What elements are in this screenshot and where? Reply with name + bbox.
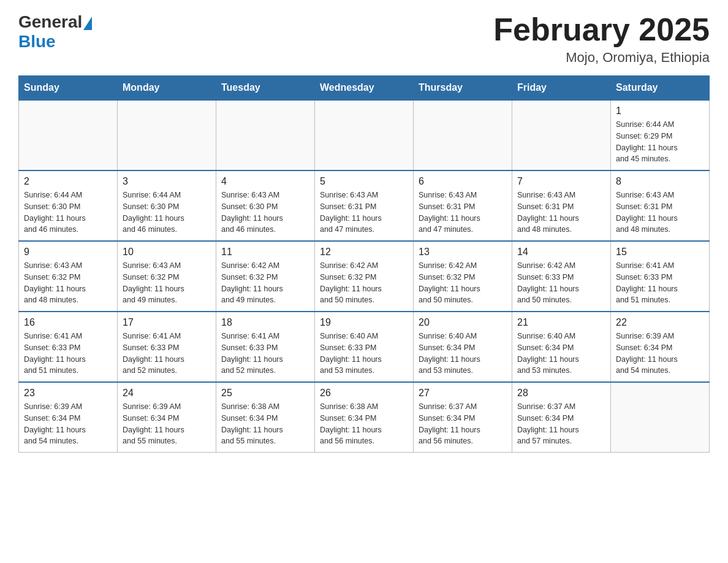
day-info: Sunrise: 6:44 AMSunset: 6:29 PMDaylight:… [616,119,704,165]
weekday-header-friday: Friday [512,76,611,101]
weekday-header-thursday: Thursday [414,76,512,101]
calendar-cell [414,100,512,170]
calendar-cell: 8Sunrise: 6:43 AMSunset: 6:31 PMDaylight… [611,170,710,241]
week-row-4: 16Sunrise: 6:41 AMSunset: 6:33 PMDayligh… [19,312,710,382]
day-number: 7 [517,176,605,187]
calendar-cell: 13Sunrise: 6:42 AMSunset: 6:32 PMDayligh… [414,241,512,312]
logo-blue-text: Blue [18,32,56,52]
day-number: 22 [616,317,704,328]
calendar-cell [512,100,611,170]
day-info: Sunrise: 6:43 AMSunset: 6:30 PMDaylight:… [221,190,309,236]
calendar-cell: 21Sunrise: 6:40 AMSunset: 6:34 PMDayligh… [512,312,611,382]
day-info: Sunrise: 6:42 AMSunset: 6:32 PMDaylight:… [221,260,309,306]
logo-triangle-icon [83,17,92,30]
day-info: Sunrise: 6:42 AMSunset: 6:32 PMDaylight:… [419,260,507,306]
day-info: Sunrise: 6:42 AMSunset: 6:32 PMDaylight:… [320,260,408,306]
day-info: Sunrise: 6:39 AMSunset: 6:34 PMDaylight:… [123,401,211,447]
day-number: 18 [221,317,309,328]
week-row-5: 23Sunrise: 6:39 AMSunset: 6:34 PMDayligh… [19,382,710,453]
logo: General Blue [18,12,92,52]
day-number: 13 [419,247,507,258]
day-number: 26 [320,388,408,399]
day-info: Sunrise: 6:40 AMSunset: 6:34 PMDaylight:… [517,331,605,377]
day-number: 23 [24,388,112,399]
calendar-cell: 10Sunrise: 6:43 AMSunset: 6:32 PMDayligh… [118,241,216,312]
day-info: Sunrise: 6:43 AMSunset: 6:31 PMDaylight:… [419,190,507,236]
day-info: Sunrise: 6:41 AMSunset: 6:33 PMDaylight:… [221,331,309,377]
day-number: 5 [320,176,408,187]
day-number: 15 [616,247,704,258]
calendar-cell: 4Sunrise: 6:43 AMSunset: 6:30 PMDaylight… [216,170,315,241]
day-info: Sunrise: 6:39 AMSunset: 6:34 PMDaylight:… [616,331,704,377]
day-info: Sunrise: 6:43 AMSunset: 6:31 PMDaylight:… [320,190,408,236]
page-header: General Blue February 2025 Mojo, Oromiya… [18,12,710,66]
day-info: Sunrise: 6:41 AMSunset: 6:33 PMDaylight:… [24,331,112,377]
calendar-cell: 12Sunrise: 6:42 AMSunset: 6:32 PMDayligh… [315,241,414,312]
weekday-header-monday: Monday [118,76,216,101]
calendar-cell: 14Sunrise: 6:42 AMSunset: 6:33 PMDayligh… [512,241,611,312]
day-number: 28 [517,388,605,399]
day-number: 3 [123,176,211,187]
weekday-header-wednesday: Wednesday [315,76,414,101]
day-info: Sunrise: 6:43 AMSunset: 6:31 PMDaylight:… [517,190,605,236]
day-number: 21 [517,317,605,328]
logo-general-text: General [18,12,82,32]
day-number: 11 [221,247,309,258]
calendar-cell: 11Sunrise: 6:42 AMSunset: 6:32 PMDayligh… [216,241,315,312]
calendar-cell: 24Sunrise: 6:39 AMSunset: 6:34 PMDayligh… [118,382,216,453]
day-number: 14 [517,247,605,258]
calendar-cell: 16Sunrise: 6:41 AMSunset: 6:33 PMDayligh… [19,312,118,382]
week-row-2: 2Sunrise: 6:44 AMSunset: 6:30 PMDaylight… [19,170,710,241]
calendar-cell: 9Sunrise: 6:43 AMSunset: 6:32 PMDaylight… [19,241,118,312]
day-info: Sunrise: 6:41 AMSunset: 6:33 PMDaylight:… [123,331,211,377]
month-year-title: February 2025 [493,12,710,47]
calendar-cell: 25Sunrise: 6:38 AMSunset: 6:34 PMDayligh… [216,382,315,453]
day-info: Sunrise: 6:37 AMSunset: 6:34 PMDaylight:… [419,401,507,447]
calendar-cell: 22Sunrise: 6:39 AMSunset: 6:34 PMDayligh… [611,312,710,382]
calendar-table: SundayMondayTuesdayWednesdayThursdayFrid… [18,75,710,453]
day-info: Sunrise: 6:44 AMSunset: 6:30 PMDaylight:… [123,190,211,236]
day-number: 1 [616,105,704,117]
day-info: Sunrise: 6:38 AMSunset: 6:34 PMDaylight:… [221,401,309,447]
weekday-header-sunday: Sunday [19,76,118,101]
calendar-cell: 19Sunrise: 6:40 AMSunset: 6:33 PMDayligh… [315,312,414,382]
day-number: 9 [24,247,112,258]
calendar-cell: 1Sunrise: 6:44 AMSunset: 6:29 PMDaylight… [611,100,710,170]
calendar-cell: 3Sunrise: 6:44 AMSunset: 6:30 PMDaylight… [118,170,216,241]
day-number: 12 [320,247,408,258]
day-number: 19 [320,317,408,328]
calendar-cell [315,100,414,170]
weekday-header-saturday: Saturday [611,76,710,101]
day-info: Sunrise: 6:40 AMSunset: 6:33 PMDaylight:… [320,331,408,377]
day-number: 8 [616,176,704,187]
calendar-cell: 7Sunrise: 6:43 AMSunset: 6:31 PMDaylight… [512,170,611,241]
calendar-cell: 6Sunrise: 6:43 AMSunset: 6:31 PMDaylight… [414,170,512,241]
calendar-cell: 26Sunrise: 6:38 AMSunset: 6:34 PMDayligh… [315,382,414,453]
calendar-cell: 15Sunrise: 6:41 AMSunset: 6:33 PMDayligh… [611,241,710,312]
day-info: Sunrise: 6:43 AMSunset: 6:31 PMDaylight:… [616,190,704,236]
day-info: Sunrise: 6:38 AMSunset: 6:34 PMDaylight:… [320,401,408,447]
calendar-cell: 5Sunrise: 6:43 AMSunset: 6:31 PMDaylight… [315,170,414,241]
day-info: Sunrise: 6:41 AMSunset: 6:33 PMDaylight:… [616,260,704,306]
day-number: 20 [419,317,507,328]
day-number: 24 [123,388,211,399]
weekday-header-row: SundayMondayTuesdayWednesdayThursdayFrid… [19,76,710,101]
weekday-header-tuesday: Tuesday [216,76,315,101]
day-info: Sunrise: 6:43 AMSunset: 6:32 PMDaylight:… [24,260,112,306]
day-number: 6 [419,176,507,187]
day-info: Sunrise: 6:40 AMSunset: 6:34 PMDaylight:… [419,331,507,377]
calendar-cell: 28Sunrise: 6:37 AMSunset: 6:34 PMDayligh… [512,382,611,453]
day-number: 27 [419,388,507,399]
day-info: Sunrise: 6:37 AMSunset: 6:34 PMDaylight:… [517,401,605,447]
calendar-cell: 23Sunrise: 6:39 AMSunset: 6:34 PMDayligh… [19,382,118,453]
week-row-3: 9Sunrise: 6:43 AMSunset: 6:32 PMDaylight… [19,241,710,312]
day-number: 2 [24,176,112,187]
calendar-cell: 20Sunrise: 6:40 AMSunset: 6:34 PMDayligh… [414,312,512,382]
day-info: Sunrise: 6:39 AMSunset: 6:34 PMDaylight:… [24,401,112,447]
calendar-cell [216,100,315,170]
day-info: Sunrise: 6:42 AMSunset: 6:33 PMDaylight:… [517,260,605,306]
day-number: 25 [221,388,309,399]
calendar-cell: 18Sunrise: 6:41 AMSunset: 6:33 PMDayligh… [216,312,315,382]
day-number: 10 [123,247,211,258]
day-number: 17 [123,317,211,328]
